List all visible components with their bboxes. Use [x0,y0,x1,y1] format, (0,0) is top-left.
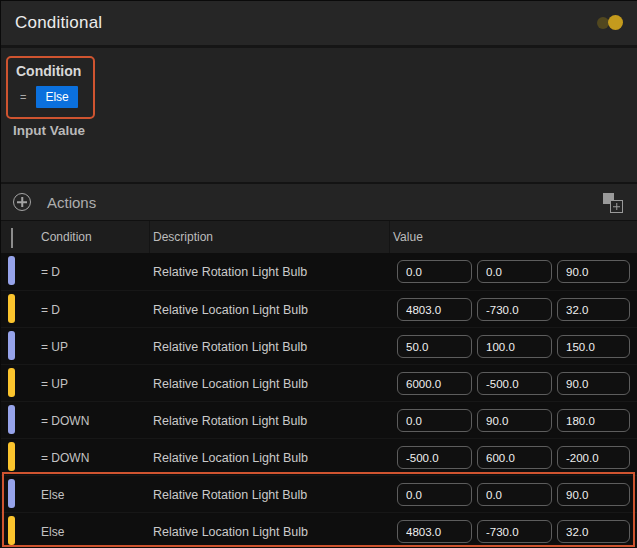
duplicate-add-icon[interactable] [603,193,623,213]
value-field-z[interactable] [557,372,630,395]
value-field-y[interactable] [477,372,552,395]
actions-table: = D Relative Rotation Light Bulb = D Rel… [1,253,637,548]
value-field-y[interactable] [477,483,552,506]
condition-section: Condition = Else Input Value [1,45,637,182]
row-values [397,483,630,506]
table-column-header: Condition Description Value [1,220,637,253]
condition-label: Condition [16,63,81,79]
row-description: Relative Location Light Bulb [153,303,308,317]
table-row[interactable]: = UP Relative Rotation Light Bulb [1,327,637,364]
column-header-description[interactable]: Description [153,230,213,244]
value-field-z[interactable] [557,260,630,283]
table-row[interactable]: = DOWN Relative Location Light Bulb [1,438,637,475]
location-type-pill [8,368,15,397]
location-type-pill [8,294,15,323]
column-header-condition[interactable]: Condition [41,230,92,244]
row-condition: Else [41,525,64,539]
actions-header: Actions [1,182,637,220]
add-action-icon[interactable] [13,193,31,211]
actions-title: Actions [47,194,96,211]
row-condition: = UP [41,340,68,354]
condition-operator-row: = Else [16,86,81,108]
row-values [397,520,630,543]
row-values [397,298,630,321]
duplicate-front-square [610,200,623,213]
rotation-type-pill [8,479,15,508]
panel-title: Conditional [15,13,102,33]
equals-operator: = [20,91,26,103]
value-field-z[interactable] [557,335,630,358]
value-field-x[interactable] [397,335,472,358]
value-field-x[interactable] [397,446,472,469]
value-field-x[interactable] [397,409,472,432]
value-field-z[interactable] [557,483,630,506]
row-description: Relative Rotation Light Bulb [153,414,307,428]
row-description: Relative Rotation Light Bulb [153,488,307,502]
row-condition: = D [41,265,60,279]
condition-box[interactable]: Condition = Else [6,56,95,119]
value-field-x[interactable] [397,483,472,506]
table-row-else[interactable]: Else Relative Location Light Bulb [1,512,637,548]
rotation-type-pill [8,331,15,360]
rotation-type-pill [8,256,15,285]
row-values [397,446,630,469]
column-divider[interactable] [389,221,390,253]
row-description: Relative Location Light Bulb [153,525,308,539]
row-values [397,372,630,395]
table-row[interactable]: = UP Relative Location Light Bulb [1,364,637,401]
input-value-label: Input Value [13,123,637,138]
conditional-panel: Conditional Condition = Else Input Value… [0,0,637,548]
row-description: Relative Rotation Light Bulb [153,265,307,279]
value-field-x[interactable] [397,520,472,543]
value-field-y[interactable] [477,335,552,358]
row-description: Relative Location Light Bulb [153,377,308,391]
rotation-type-pill [8,405,15,434]
location-type-pill [8,442,15,471]
condition-value-chip[interactable]: Else [36,86,77,108]
row-description: Relative Location Light Bulb [153,451,308,465]
row-condition: = UP [41,377,68,391]
value-field-y[interactable] [477,446,552,469]
keyframe-status-dot-icon[interactable] [597,15,623,31]
row-values [397,409,630,432]
table-row[interactable]: = D Relative Location Light Bulb [1,290,637,327]
value-field-y[interactable] [477,520,552,543]
location-type-pill [8,516,15,545]
column-header-value[interactable]: Value [393,230,423,244]
value-field-z[interactable] [557,520,630,543]
table-row[interactable]: = DOWN Relative Rotation Light Bulb [1,401,637,438]
value-field-y[interactable] [477,260,552,283]
value-field-z[interactable] [557,298,630,321]
row-condition: = DOWN [41,414,89,428]
column-divider[interactable] [149,221,150,253]
value-field-y[interactable] [477,409,552,432]
value-field-z[interactable] [557,409,630,432]
value-field-x[interactable] [397,260,472,283]
row-values [397,335,630,358]
row-condition: = DOWN [41,451,89,465]
row-condition: = D [41,303,60,317]
value-field-x[interactable] [397,372,472,395]
row-condition: Else [41,488,64,502]
panel-header: Conditional [1,1,637,45]
value-field-x[interactable] [397,298,472,321]
scrollbar-nub[interactable] [11,228,13,248]
status-dot-front [608,15,623,30]
table-row-else[interactable]: Else Relative Rotation Light Bulb [1,475,637,512]
row-description: Relative Rotation Light Bulb [153,340,307,354]
value-field-z[interactable] [557,446,630,469]
row-values [397,260,630,283]
value-field-y[interactable] [477,298,552,321]
table-row[interactable]: = D Relative Rotation Light Bulb [1,253,637,290]
